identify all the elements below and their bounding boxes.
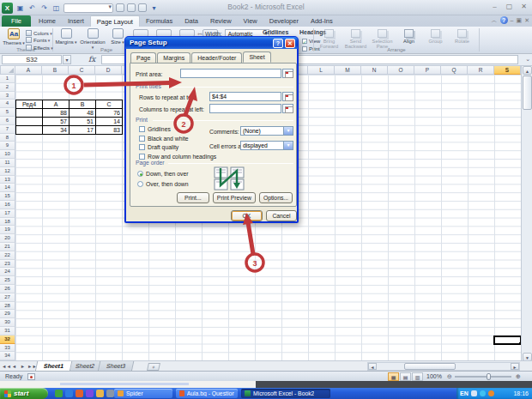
scroll-left-icon[interactable]: ◄: [368, 363, 377, 370]
row-header-28[interactable]: 28: [0, 302, 15, 311]
quick-launch-icon[interactable]: [86, 390, 94, 397]
table-cell[interactable]: 48: [70, 109, 96, 118]
row-header-19[interactable]: 19: [0, 226, 15, 234]
row-header-20[interactable]: 20: [0, 234, 15, 243]
row-header-13[interactable]: 13: [0, 176, 15, 184]
options-button[interactable]: Options...: [259, 192, 293, 203]
row-header-34[interactable]: 34: [0, 352, 15, 360]
prev-sheet-icon[interactable]: ◄: [10, 362, 18, 371]
table-cell[interactable]: 76: [96, 109, 123, 118]
tray-icon[interactable]: [471, 390, 477, 396]
dialog-titlebar[interactable]: Page Setup: [125, 37, 298, 49]
ribbon-tab-insert[interactable]: Insert: [62, 15, 90, 27]
ribbon-button-fonts[interactable]: Fonts: [26, 37, 50, 44]
print-preview-button[interactable]: Print Preview: [213, 192, 256, 203]
quick-launch-icon[interactable]: [65, 390, 73, 397]
ribbon-button-effects[interactable]: Effects: [26, 44, 53, 51]
workbook-minimize-icon[interactable]: –: [511, 16, 514, 24]
ribbon-tab-add-ins[interactable]: Add-Ins: [305, 15, 339, 27]
cancel-button[interactable]: Cancel: [266, 210, 297, 221]
checkbox-gridlines[interactable]: Gridlines: [139, 125, 171, 133]
horizontal-scrollbar[interactable]: ◄ ►: [367, 362, 520, 371]
row-header-16[interactable]: 16: [0, 201, 15, 209]
table-cell[interactable]: 17: [70, 126, 96, 135]
row-header-22[interactable]: 22: [0, 251, 15, 260]
table-cell[interactable]: [16, 126, 43, 135]
close-button[interactable]: ✕: [518, 3, 529, 11]
row-header-1[interactable]: 1: [0, 75, 15, 83]
checkbox-icon[interactable]: [139, 144, 145, 150]
scroll-up-icon[interactable]: ▲: [523, 66, 532, 75]
insert-worksheet-tab[interactable]: +: [147, 363, 160, 371]
row-header-29[interactable]: 29: [0, 310, 15, 318]
collapse-dialog-icon[interactable]: [282, 92, 293, 101]
column-header-P[interactable]: P: [414, 66, 441, 75]
ribbon-tab-view[interactable]: View: [238, 15, 263, 27]
ribbon-tab-home[interactable]: Home: [33, 15, 62, 27]
checkbox-icon[interactable]: [139, 126, 145, 132]
table-cell[interactable]: 57: [43, 118, 70, 126]
dialog-help-icon[interactable]: ?: [273, 39, 283, 48]
print-button[interactable]: Print...: [177, 192, 209, 203]
name-box[interactable]: S32: [2, 55, 62, 64]
column-header-R[interactable]: R: [468, 66, 494, 75]
comments-dropdown[interactable]: (None): [240, 126, 293, 136]
ribbon-tab-developer[interactable]: Developer: [263, 15, 305, 27]
rows-repeat-input[interactable]: $4:$4: [209, 92, 281, 101]
normal-view-button[interactable]: ▦: [388, 372, 399, 381]
cell-errors-dropdown[interactable]: displayed: [240, 141, 293, 150]
ribbon-button-group[interactable]: Group: [422, 28, 449, 49]
table-cell[interactable]: 34: [43, 126, 70, 135]
zoom-slider-track[interactable]: [455, 376, 511, 378]
radio-over-then-down[interactable]: Over, then down: [137, 180, 189, 188]
orientation-button[interactable]: Orientation: [79, 28, 106, 47]
table-cell[interactable]: C: [96, 100, 123, 109]
dialog-tab-page[interactable]: Page: [130, 52, 156, 63]
row-header-9[interactable]: 9: [0, 142, 15, 150]
row-header-4[interactable]: 4: [0, 100, 15, 108]
column-header-S[interactable]: S: [494, 66, 521, 75]
dialog-close-icon[interactable]: ✕: [285, 39, 295, 48]
row-header-12[interactable]: 12: [0, 167, 15, 176]
scroll-right-icon[interactable]: ►: [511, 363, 519, 370]
dialog-tab-sheet[interactable]: Sheet: [243, 51, 270, 63]
row-header-24[interactable]: 24: [0, 268, 15, 276]
collapse-dialog-icon[interactable]: [282, 104, 293, 113]
sheet-tab-sheet1[interactable]: Sheet1: [35, 361, 73, 372]
page-break-preview-button[interactable]: ▥: [412, 372, 423, 381]
row-header-31[interactable]: 31: [0, 327, 15, 336]
workbook-close-icon[interactable]: ✕: [524, 16, 529, 24]
table-cell[interactable]: B: [70, 100, 96, 109]
print-area-input[interactable]: [180, 69, 281, 78]
checkbox-draft-quality[interactable]: Draft quality: [139, 143, 178, 151]
column-header-A[interactable]: A: [15, 66, 42, 75]
quick-launch-icon[interactable]: [106, 390, 114, 397]
ribbon-button-bring-forward[interactable]: Bring Forward: [316, 28, 342, 49]
table-cell[interactable]: [16, 109, 43, 118]
row-header-25[interactable]: 25: [0, 276, 15, 285]
radio-down-then-over[interactable]: Down, then over: [137, 170, 189, 178]
row-header-17[interactable]: 17: [0, 209, 15, 218]
table-cell[interactable]: 83: [96, 126, 123, 135]
dialog-tab-header-footer[interactable]: Header/Footer: [191, 52, 242, 63]
minimize-button[interactable]: –: [489, 3, 500, 11]
table-cell[interactable]: 51: [70, 118, 96, 126]
tray-icon[interactable]: [488, 390, 494, 396]
horizontal-scroll-thumb[interactable]: [404, 363, 456, 370]
row-header-32[interactable]: 32: [0, 336, 15, 344]
row-header-23[interactable]: 23: [0, 260, 15, 269]
last-sheet-icon[interactable]: ►►: [27, 362, 35, 371]
row-header-8[interactable]: 8: [0, 134, 15, 142]
taskbar-task-aula-bg-question[interactable]: Aula.bg - Question - ...: [176, 389, 238, 398]
ribbon-tab-review[interactable]: Review: [204, 15, 238, 27]
vertical-scrollbar[interactable]: ▲ ▼: [521, 66, 532, 361]
cols-repeat-input[interactable]: [209, 104, 281, 113]
row-header-15[interactable]: 15: [0, 192, 15, 201]
language-indicator[interactable]: EN: [460, 390, 469, 396]
row-header-26[interactable]: 26: [0, 285, 15, 293]
themes-button[interactable]: Aa Themes: [3, 28, 25, 47]
ribbon-tab-data[interactable]: Data: [178, 15, 204, 27]
table-cell[interactable]: A: [43, 100, 70, 109]
minimize-ribbon-icon[interactable]: ︿: [492, 16, 498, 24]
column-header-D[interactable]: D: [95, 66, 122, 75]
